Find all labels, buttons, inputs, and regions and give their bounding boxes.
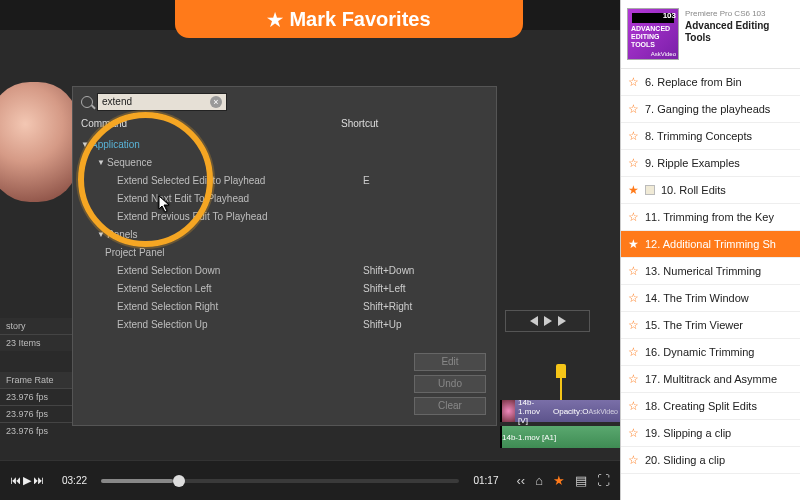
chapter-item[interactable]: ☆6. Replace from Bin [621, 69, 800, 96]
tree-item[interactable]: Extend Selected Edit to Playhead [117, 175, 363, 186]
tree-item[interactable]: Extend Selection Left [117, 283, 363, 294]
tree-sequence[interactable]: Sequence [107, 157, 353, 168]
chapter-item[interactable]: ☆15. The Trim Viewer [621, 312, 800, 339]
chapter-item[interactable]: ☆19. Slipping a clip [621, 420, 800, 447]
chapter-item[interactable]: ☆13. Numerical Trimming [621, 258, 800, 285]
undo-button[interactable]: Undo [414, 375, 486, 393]
chapter-label: 17. Multitrack and Asymme [645, 373, 777, 385]
audio-clip[interactable]: 14b-1.mov [A1] [500, 426, 620, 448]
star-icon: ★ [267, 10, 283, 30]
chapter-list[interactable]: ☆6. Replace from Bin☆7. Ganging the play… [621, 69, 800, 500]
course-card[interactable]: 103 ADVANCEDEDITING TOOLS AskVideo Premi… [621, 0, 800, 69]
home-icon[interactable]: ⌂ [535, 473, 543, 488]
favorite-star-icon[interactable]: ☆ [627, 264, 639, 278]
chapter-label: 19. Slipping a clip [645, 427, 731, 439]
disclosure-triangle-icon[interactable]: ▼ [97, 158, 107, 167]
clear-button[interactable]: Clear [414, 397, 486, 415]
favorite-star-icon[interactable]: ☆ [627, 291, 639, 305]
chapter-item[interactable]: ☆17. Multitrack and Asymme [621, 366, 800, 393]
previous-chapter-icon[interactable]: ⏮ [10, 474, 21, 487]
video-thumbnail-face [0, 82, 78, 202]
time-total: 01:17 [465, 475, 506, 486]
favorite-star-icon[interactable]: ☆ [627, 399, 639, 413]
favorite-star-icon[interactable]: ☆ [627, 75, 639, 89]
chapter-label: 13. Numerical Trimming [645, 265, 761, 277]
favorite-icon[interactable]: ★ [553, 473, 565, 488]
search-value: extend [102, 94, 132, 110]
favorite-star-icon[interactable]: ☆ [627, 345, 639, 359]
tree-item[interactable]: Extend Selection Right [117, 301, 363, 312]
chapter-item[interactable]: ☆7. Ganging the playheads [621, 96, 800, 123]
chapter-label: 10. Roll Edits [661, 184, 726, 196]
favorite-star-icon[interactable]: ☆ [627, 318, 639, 332]
column-shortcut: Shortcut [341, 118, 488, 129]
chapter-item[interactable]: ★12. Additional Trimming Sh [621, 231, 800, 258]
chapter-item[interactable]: ☆8. Trimming Concepts [621, 123, 800, 150]
overlay-banner: ★Mark Favorites [175, 0, 523, 38]
course-number: 103 [663, 11, 676, 20]
tree-application[interactable]: Application [91, 139, 337, 150]
scrubber-knob[interactable] [173, 475, 185, 487]
chapter-label: 18. Creating Split Edits [645, 400, 757, 412]
chapter-item[interactable]: ☆14. The Trim Window [621, 285, 800, 312]
chapter-label: 7. Ganging the playheads [645, 103, 770, 115]
step-forward-icon[interactable] [558, 316, 566, 326]
back-icon[interactable]: ‹‹ [516, 473, 525, 488]
search-input[interactable]: extend × [97, 93, 227, 111]
chapter-label: 14. The Trim Window [645, 292, 749, 304]
favorite-star-icon[interactable]: ☆ [627, 129, 639, 143]
favorite-star-icon[interactable]: ★ [627, 237, 639, 251]
scrubber[interactable] [101, 479, 459, 483]
play-icon[interactable] [544, 316, 552, 326]
chapter-item[interactable]: ☆18. Creating Split Edits [621, 393, 800, 420]
tree-panels[interactable]: Panels [107, 229, 353, 240]
course-artwork: 103 ADVANCEDEDITING TOOLS AskVideo [627, 8, 679, 60]
edit-button[interactable]: Edit [414, 353, 486, 371]
history-panel: story 23 Items [0, 318, 72, 351]
chapter-item[interactable]: ☆9. Ripple Examples [621, 150, 800, 177]
tree-shortcut: Shift+Up [363, 319, 496, 330]
scrubber-fill [101, 479, 173, 483]
next-chapter-icon[interactable]: ⏭ [33, 474, 44, 487]
chapter-label: 11. Trimming from the Key [645, 211, 774, 223]
timeline-playhead-icon[interactable] [556, 364, 566, 378]
playlist-icon[interactable]: ▤ [575, 473, 587, 488]
step-back-icon[interactable] [530, 316, 538, 326]
clip-label: 14b-1.mov [V] [518, 398, 551, 425]
tree-project-panel[interactable]: Project Panel [105, 247, 351, 258]
video-clip[interactable]: 14b-1.mov [V] Opacity:O AskVideo [500, 400, 620, 422]
favorite-star-icon[interactable]: ☆ [627, 453, 639, 467]
favorite-star-icon[interactable]: ☆ [627, 156, 639, 170]
chapter-item[interactable]: ★10. Roll Edits [621, 177, 800, 204]
favorite-star-icon[interactable]: ☆ [627, 372, 639, 386]
favorite-star-icon[interactable]: ★ [627, 183, 639, 197]
tree-shortcut: Shift+Left [363, 283, 496, 294]
history-count: 23 Items [0, 335, 72, 351]
disclosure-triangle-icon[interactable]: ▼ [97, 230, 107, 239]
play-pause-icon[interactable]: ▶ [23, 474, 31, 487]
frame-rate-value: 23.976 fps [0, 405, 72, 422]
chapter-label: 8. Trimming Concepts [645, 130, 752, 142]
thumbnail-pip [645, 185, 655, 195]
favorite-star-icon[interactable]: ☆ [627, 426, 639, 440]
course-title: Advanced Editing Tools [685, 20, 794, 44]
clip-thumbnail [502, 400, 515, 422]
fullscreen-icon[interactable]: ⛶ [597, 473, 610, 488]
chapter-sidebar: 103 ADVANCEDEDITING TOOLS AskVideo Premi… [620, 0, 800, 500]
favorite-star-icon[interactable]: ☆ [627, 210, 639, 224]
disclosure-triangle-icon[interactable]: ▼ [81, 140, 91, 149]
tree-item[interactable]: Extend Previous Edit To Playhead [117, 211, 363, 222]
tree-item[interactable]: Extend Next Edit To Playhead [117, 193, 363, 204]
frame-rate-value: 23.976 fps [0, 422, 72, 439]
clear-search-icon[interactable]: × [210, 96, 222, 108]
tree-item[interactable]: Extend Selection Up [117, 319, 363, 330]
tree-item[interactable]: Extend Selection Down [117, 265, 363, 276]
chapter-item[interactable]: ☆20. Sliding a clip [621, 447, 800, 474]
chapter-item[interactable]: ☆16. Dynamic Trimming [621, 339, 800, 366]
video-frame: story 23 Items Frame Rate 23.976 fps 23.… [0, 0, 620, 460]
banner-text: Mark Favorites [289, 8, 430, 30]
chapter-item[interactable]: ☆11. Trimming from the Key [621, 204, 800, 231]
favorite-star-icon[interactable]: ☆ [627, 102, 639, 116]
column-command: Command [81, 118, 341, 129]
tree-shortcut: E [363, 175, 496, 186]
